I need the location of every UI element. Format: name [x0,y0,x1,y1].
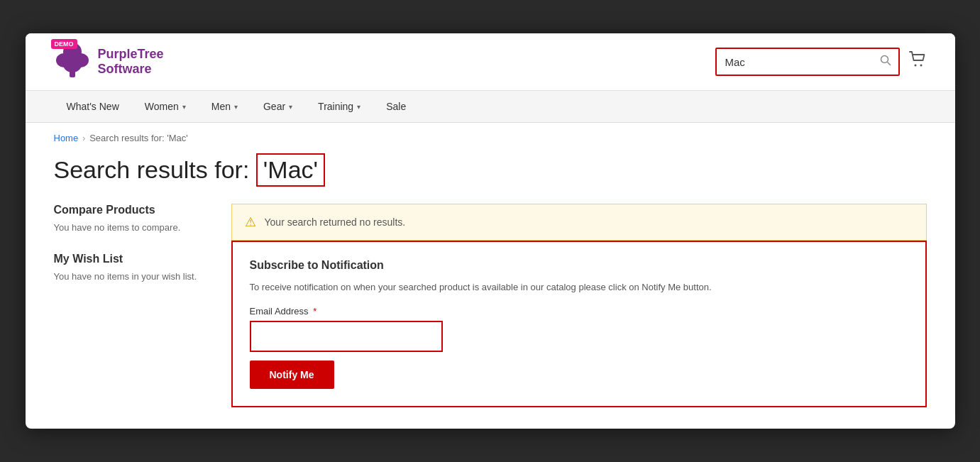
notification-description: To receive notification on when your sea… [250,280,908,295]
logo-area: DEMO PurpleTree Software [54,42,164,82]
header-right [715,48,927,76]
svg-point-5 [881,56,888,63]
email-input-wrapper [250,321,443,352]
wishlist-empty-text: You have no items in your wish list. [54,271,210,282]
nav-link-sale[interactable]: Sale [373,91,419,122]
nav-bar: What's New Women ▾ Men ▾ Gear ▾ [26,91,955,123]
email-label: Email Address * [250,306,908,317]
search-icon [880,55,891,66]
nav-item-training: Training ▾ [305,91,373,122]
cart-icon [908,50,927,69]
nav-link-training[interactable]: Training ▾ [305,91,373,122]
svg-line-6 [887,62,891,66]
breadcrumb: Home › Search results for: 'Mac' [26,123,955,153]
demo-badge: DEMO [51,39,77,49]
required-indicator: * [313,306,316,317]
brand-name-line1: PurpleTree [98,47,164,62]
header: DEMO PurpleTree Software [26,33,955,91]
search-input[interactable] [717,50,873,74]
no-results-banner: ⚠ Your search returned no results. [231,204,927,241]
nav-item-women: Women ▾ [132,91,199,122]
no-results-message: Your search returned no results. [265,216,406,228]
chevron-down-icon-training: ▾ [357,103,360,111]
email-input[interactable] [254,325,439,348]
svg-point-7 [914,65,916,67]
warning-icon: ⚠ [245,214,256,230]
compare-title: Compare Products [54,204,210,216]
browser-window: DEMO PurpleTree Software [26,33,955,429]
search-term-highlight: 'Mac' [256,153,325,187]
search-box [715,48,900,76]
search-button[interactable] [873,49,898,75]
nav-link-women[interactable]: Women ▾ [132,91,199,122]
results-area: ⚠ Your search returned no results. Subsc… [231,204,927,407]
nav-label-sale: Sale [386,101,406,112]
nav-link-men[interactable]: Men ▾ [199,91,250,122]
compare-products-section: Compare Products You have no items to co… [54,204,210,233]
wishlist-title: My Wish List [54,253,210,265]
nav-list: What's New Women ▾ Men ▾ Gear ▾ [54,91,927,122]
cart-button[interactable] [908,50,927,73]
breadcrumb-current: Search results for: 'Mac' [89,133,188,143]
breadcrumb-home[interactable]: Home [54,133,79,143]
logo-wrapper: DEMO [54,42,91,82]
compare-empty-text: You have no items to compare. [54,222,210,233]
page-title: Search results for: 'Mac' [54,153,927,187]
nav-label-women: Women [145,101,179,112]
email-label-text: Email Address [250,306,309,317]
content-layout: Compare Products You have no items to co… [54,204,927,407]
brand-name-line2: Software [98,62,164,77]
main-content: Search results for: 'Mac' Compare Produc… [26,153,955,429]
nav-label-men: Men [211,101,231,112]
logo-text: PurpleTree Software [98,47,164,77]
wishlist-section: My Wish List You have no items in your w… [54,253,210,282]
chevron-down-icon-gear: ▾ [289,103,292,111]
nav-item-men: Men ▾ [199,91,250,122]
breadcrumb-separator: › [82,133,85,143]
nav-label-gear: Gear [263,101,285,112]
nav-label-training: Training [318,101,353,112]
svg-point-8 [920,65,922,67]
nav-link-gear[interactable]: Gear ▾ [250,91,305,122]
notification-title: Subscribe to Notification [250,259,908,272]
nav-link-whats-new[interactable]: What's New [54,91,132,122]
nav-item-gear: Gear ▾ [250,91,305,122]
nav-item-whats-new: What's New [54,91,132,122]
svg-rect-4 [70,69,75,77]
chevron-down-icon: ▾ [182,103,186,111]
chevron-down-icon-men: ▾ [234,103,238,111]
nav-item-sale: Sale [373,91,419,122]
sidebar: Compare Products You have no items to co… [54,204,210,407]
nav-label-whats-new: What's New [67,101,119,112]
notification-box: Subscribe to Notification To receive not… [231,241,927,407]
page-title-prefix: Search results for: [54,156,250,183]
notify-me-button[interactable]: Notify Me [250,361,334,389]
